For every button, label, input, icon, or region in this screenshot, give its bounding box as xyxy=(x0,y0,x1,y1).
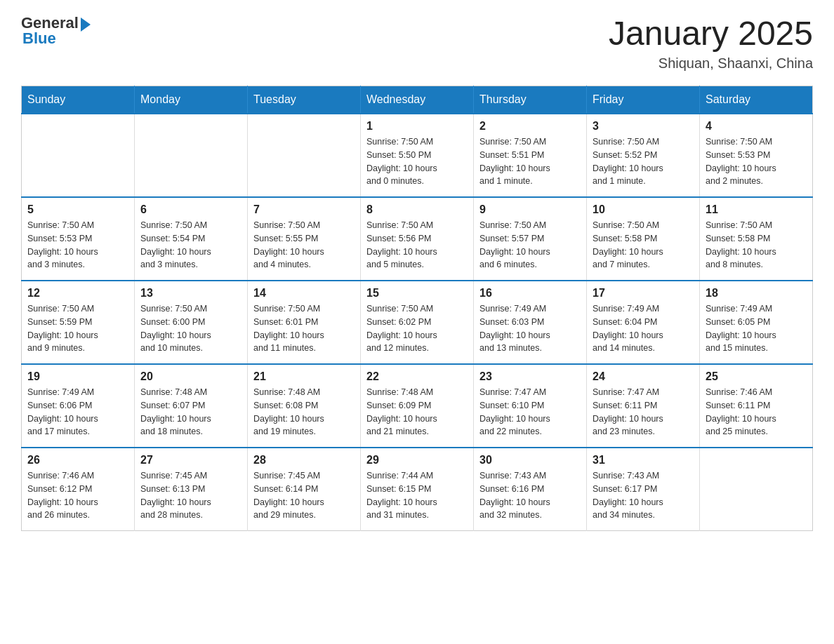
calendar-day-cell: 11Sunrise: 7:50 AM Sunset: 5:58 PM Dayli… xyxy=(700,197,813,281)
day-number: 16 xyxy=(479,287,581,300)
day-number: 15 xyxy=(366,287,468,300)
day-info: Sunrise: 7:50 AM Sunset: 5:52 PM Dayligh… xyxy=(593,135,694,188)
day-number: 2 xyxy=(479,120,581,133)
day-info: Sunrise: 7:47 AM Sunset: 6:11 PM Dayligh… xyxy=(593,386,694,438)
day-number: 1 xyxy=(366,120,468,133)
calendar-day-cell: 7Sunrise: 7:50 AM Sunset: 5:55 PM Daylig… xyxy=(248,197,361,281)
day-number: 13 xyxy=(140,287,241,300)
day-info: Sunrise: 7:49 AM Sunset: 6:03 PM Dayligh… xyxy=(479,302,581,355)
calendar-day-cell xyxy=(22,114,135,197)
day-info: Sunrise: 7:50 AM Sunset: 5:58 PM Dayligh… xyxy=(706,219,807,271)
day-info: Sunrise: 7:50 AM Sunset: 5:53 PM Dayligh… xyxy=(27,219,128,271)
day-info: Sunrise: 7:50 AM Sunset: 5:57 PM Dayligh… xyxy=(479,219,581,271)
calendar-day-cell: 5Sunrise: 7:50 AM Sunset: 5:53 PM Daylig… xyxy=(22,197,135,281)
calendar-week-row: 12Sunrise: 7:50 AM Sunset: 5:59 PM Dayli… xyxy=(22,281,813,364)
day-of-week-header: Saturday xyxy=(700,86,813,114)
calendar-day-cell: 19Sunrise: 7:49 AM Sunset: 6:06 PM Dayli… xyxy=(22,364,135,448)
day-info: Sunrise: 7:47 AM Sunset: 6:10 PM Dayligh… xyxy=(479,386,581,438)
calendar-week-row: 5Sunrise: 7:50 AM Sunset: 5:53 PM Daylig… xyxy=(22,197,813,281)
location-subtitle: Shiquan, Shaanxi, China xyxy=(609,55,813,72)
day-number: 12 xyxy=(27,287,128,300)
day-info: Sunrise: 7:50 AM Sunset: 5:54 PM Dayligh… xyxy=(140,219,241,271)
day-of-week-header: Monday xyxy=(135,86,248,114)
day-number: 8 xyxy=(366,203,468,216)
day-info: Sunrise: 7:46 AM Sunset: 6:12 PM Dayligh… xyxy=(27,469,128,522)
day-info: Sunrise: 7:49 AM Sunset: 6:04 PM Dayligh… xyxy=(593,302,694,355)
calendar-title: January 2025 xyxy=(609,14,813,53)
day-number: 23 xyxy=(479,370,581,383)
day-info: Sunrise: 7:43 AM Sunset: 6:17 PM Dayligh… xyxy=(593,469,694,522)
day-number: 17 xyxy=(593,287,694,300)
day-number: 22 xyxy=(366,370,468,383)
day-info: Sunrise: 7:49 AM Sunset: 6:06 PM Dayligh… xyxy=(27,386,128,438)
calendar-day-cell: 8Sunrise: 7:50 AM Sunset: 5:56 PM Daylig… xyxy=(361,197,474,281)
calendar-day-cell: 21Sunrise: 7:48 AM Sunset: 6:08 PM Dayli… xyxy=(248,364,361,448)
calendar-day-cell: 29Sunrise: 7:44 AM Sunset: 6:15 PM Dayli… xyxy=(361,448,474,531)
logo: General Blue xyxy=(21,14,91,48)
day-number: 6 xyxy=(140,203,241,216)
day-number: 4 xyxy=(706,120,807,133)
day-info: Sunrise: 7:50 AM Sunset: 6:02 PM Dayligh… xyxy=(366,302,468,355)
calendar-day-cell: 27Sunrise: 7:45 AM Sunset: 6:13 PM Dayli… xyxy=(135,448,248,531)
calendar-day-cell: 14Sunrise: 7:50 AM Sunset: 6:01 PM Dayli… xyxy=(248,281,361,364)
calendar-day-cell: 13Sunrise: 7:50 AM Sunset: 6:00 PM Dayli… xyxy=(135,281,248,364)
calendar-day-cell: 12Sunrise: 7:50 AM Sunset: 5:59 PM Dayli… xyxy=(22,281,135,364)
day-info: Sunrise: 7:50 AM Sunset: 6:01 PM Dayligh… xyxy=(253,302,355,355)
day-number: 21 xyxy=(253,370,355,383)
day-info: Sunrise: 7:48 AM Sunset: 6:09 PM Dayligh… xyxy=(366,386,468,438)
calendar-day-cell: 23Sunrise: 7:47 AM Sunset: 6:10 PM Dayli… xyxy=(474,364,587,448)
calendar-day-cell: 24Sunrise: 7:47 AM Sunset: 6:11 PM Dayli… xyxy=(587,364,700,448)
day-number: 11 xyxy=(706,203,807,216)
calendar-day-cell: 1Sunrise: 7:50 AM Sunset: 5:50 PM Daylig… xyxy=(361,114,474,197)
day-info: Sunrise: 7:48 AM Sunset: 6:08 PM Dayligh… xyxy=(253,386,355,438)
calendar-day-cell xyxy=(135,114,248,197)
day-number: 28 xyxy=(253,454,355,467)
calendar-day-cell: 9Sunrise: 7:50 AM Sunset: 5:57 PM Daylig… xyxy=(474,197,587,281)
day-number: 27 xyxy=(140,454,241,467)
day-number: 26 xyxy=(27,454,128,467)
day-info: Sunrise: 7:45 AM Sunset: 6:13 PM Dayligh… xyxy=(140,469,241,522)
day-info: Sunrise: 7:48 AM Sunset: 6:07 PM Dayligh… xyxy=(140,386,241,438)
day-of-week-header: Thursday xyxy=(474,86,587,114)
calendar-day-cell xyxy=(700,448,813,531)
calendar-week-row: 1Sunrise: 7:50 AM Sunset: 5:50 PM Daylig… xyxy=(22,114,813,197)
day-info: Sunrise: 7:50 AM Sunset: 5:55 PM Dayligh… xyxy=(253,219,355,271)
calendar-week-row: 26Sunrise: 7:46 AM Sunset: 6:12 PM Dayli… xyxy=(22,448,813,531)
day-number: 14 xyxy=(253,287,355,300)
calendar-week-row: 19Sunrise: 7:49 AM Sunset: 6:06 PM Dayli… xyxy=(22,364,813,448)
calendar-day-cell: 6Sunrise: 7:50 AM Sunset: 5:54 PM Daylig… xyxy=(135,197,248,281)
calendar-header-row: SundayMondayTuesdayWednesdayThursdayFrid… xyxy=(22,86,813,114)
day-of-week-header: Tuesday xyxy=(248,86,361,114)
day-info: Sunrise: 7:50 AM Sunset: 5:53 PM Dayligh… xyxy=(706,135,807,188)
day-info: Sunrise: 7:50 AM Sunset: 5:58 PM Dayligh… xyxy=(593,219,694,271)
day-number: 5 xyxy=(27,203,128,216)
day-info: Sunrise: 7:49 AM Sunset: 6:05 PM Dayligh… xyxy=(706,302,807,355)
day-number: 18 xyxy=(706,287,807,300)
day-number: 10 xyxy=(593,203,694,216)
calendar-day-cell: 22Sunrise: 7:48 AM Sunset: 6:09 PM Dayli… xyxy=(361,364,474,448)
day-info: Sunrise: 7:50 AM Sunset: 5:56 PM Dayligh… xyxy=(366,219,468,271)
day-number: 24 xyxy=(593,370,694,383)
calendar-day-cell: 26Sunrise: 7:46 AM Sunset: 6:12 PM Dayli… xyxy=(22,448,135,531)
calendar-day-cell: 16Sunrise: 7:49 AM Sunset: 6:03 PM Dayli… xyxy=(474,281,587,364)
day-of-week-header: Friday xyxy=(587,86,700,114)
day-info: Sunrise: 7:50 AM Sunset: 5:51 PM Dayligh… xyxy=(479,135,581,188)
day-info: Sunrise: 7:43 AM Sunset: 6:16 PM Dayligh… xyxy=(479,469,581,522)
title-section: January 2025 Shiquan, Shaanxi, China xyxy=(609,14,813,72)
day-number: 31 xyxy=(593,454,694,467)
calendar-day-cell: 2Sunrise: 7:50 AM Sunset: 5:51 PM Daylig… xyxy=(474,114,587,197)
day-number: 30 xyxy=(479,454,581,467)
calendar-day-cell: 3Sunrise: 7:50 AM Sunset: 5:52 PM Daylig… xyxy=(587,114,700,197)
calendar-day-cell: 15Sunrise: 7:50 AM Sunset: 6:02 PM Dayli… xyxy=(361,281,474,364)
calendar-day-cell: 18Sunrise: 7:49 AM Sunset: 6:05 PM Dayli… xyxy=(700,281,813,364)
day-info: Sunrise: 7:50 AM Sunset: 6:00 PM Dayligh… xyxy=(140,302,241,355)
logo-blue-text: Blue xyxy=(21,29,56,48)
day-info: Sunrise: 7:50 AM Sunset: 5:59 PM Dayligh… xyxy=(27,302,128,355)
calendar-day-cell: 31Sunrise: 7:43 AM Sunset: 6:17 PM Dayli… xyxy=(587,448,700,531)
calendar-day-cell: 30Sunrise: 7:43 AM Sunset: 6:16 PM Dayli… xyxy=(474,448,587,531)
calendar-table: SundayMondayTuesdayWednesdayThursdayFrid… xyxy=(21,86,813,531)
day-number: 29 xyxy=(366,454,468,467)
day-number: 25 xyxy=(706,370,807,383)
calendar-day-cell: 25Sunrise: 7:46 AM Sunset: 6:11 PM Dayli… xyxy=(700,364,813,448)
day-number: 3 xyxy=(593,120,694,133)
